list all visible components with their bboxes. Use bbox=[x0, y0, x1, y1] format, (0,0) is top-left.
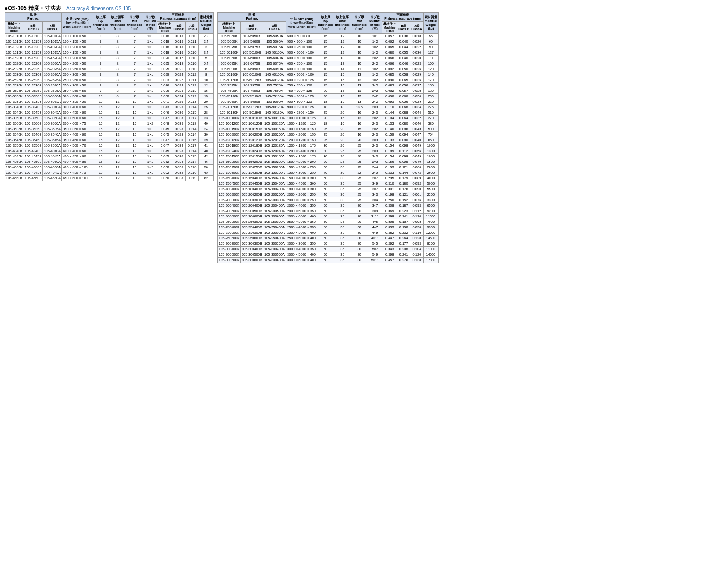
table-cell: 30 bbox=[351, 203, 368, 208]
table-cell: 2500 × 4000 × 350 bbox=[286, 225, 317, 230]
table-cell: 105-3545A bbox=[43, 137, 62, 143]
table-cell: 35 bbox=[334, 241, 351, 247]
table-cell: 12 bbox=[109, 110, 126, 116]
table-cell: 0.056 bbox=[410, 148, 424, 154]
table-cell: 105-1015K bbox=[5, 39, 24, 45]
table-cell: 13 bbox=[351, 72, 368, 77]
table-cell: 1500 × 2000 × 200 bbox=[286, 159, 317, 165]
table-cell: 7000 bbox=[423, 219, 438, 225]
table-cell: 0.025 bbox=[157, 61, 172, 66]
table-cell: 12 bbox=[109, 132, 126, 137]
table-cell: 1500 bbox=[423, 159, 438, 165]
table-cell: 0.098 bbox=[397, 154, 410, 159]
table-cell: 0.036 bbox=[157, 83, 172, 88]
table-cell: 0.045 bbox=[157, 126, 172, 132]
table-cell: 0.064 bbox=[397, 116, 410, 121]
table-cell: 0.036 bbox=[172, 165, 186, 170]
table-cell: 14 bbox=[334, 66, 351, 72]
table-cell: 0.060 bbox=[157, 176, 172, 181]
table-cell: 35 bbox=[334, 187, 351, 192]
table-row: 105-1015K105-1015B105-1015A100 × 150 × 5… bbox=[5, 39, 214, 45]
table-cell: 0.398 bbox=[382, 252, 397, 258]
table-cell: 105-1515B bbox=[24, 50, 43, 56]
table-cell: 0.264 bbox=[397, 236, 410, 241]
table-cell: 105-4560K bbox=[5, 176, 24, 181]
table-cell: 500 × 600 × 100 bbox=[286, 39, 317, 45]
right-col-flatness-machine-header: 機械仕上Machinefinish bbox=[382, 21, 397, 33]
table-cell: 105-75100K bbox=[217, 94, 240, 99]
table-cell: 1×1 bbox=[368, 34, 382, 39]
table-cell: 250 × 350 × 50 bbox=[62, 88, 92, 94]
table-cell: 0.098 bbox=[410, 225, 424, 230]
table-cell: 0.369 bbox=[382, 208, 397, 214]
table-cell: 5.4 bbox=[198, 61, 213, 66]
table-row: 105-60100K105-60100B105-60100A600 × 1000… bbox=[217, 72, 438, 77]
table-cell: 105-150150A bbox=[263, 154, 286, 159]
table-cell: 105-3035K bbox=[5, 99, 24, 105]
table-cell: 1500 × 4000 × 300 bbox=[286, 176, 317, 181]
table-cell: 0.035 bbox=[172, 121, 186, 126]
table-cell: 25 bbox=[351, 192, 368, 197]
table-cell: 2×3 bbox=[368, 159, 382, 165]
table-cell: 20 bbox=[317, 116, 334, 121]
table-cell: 220 bbox=[423, 99, 438, 105]
table-cell: 11500 bbox=[423, 214, 438, 219]
table-cell: 0.033 bbox=[172, 116, 186, 121]
table-cell: 1×1 bbox=[143, 45, 157, 50]
table-cell: 0.198 bbox=[397, 225, 410, 230]
table-row: 105-150450K105-150450B105-150450A1500 × … bbox=[217, 181, 438, 187]
table-cell: 35 bbox=[334, 236, 351, 241]
table-cell: 0.026 bbox=[172, 105, 186, 110]
table-cell: 3000 × 4000 × 350 bbox=[286, 247, 317, 252]
table-cell: 105-1020B bbox=[24, 45, 43, 50]
table-cell: 105-5050K bbox=[217, 34, 240, 39]
table-cell: 2×3 bbox=[368, 105, 382, 110]
table-cell: 0.021 bbox=[172, 66, 186, 72]
table-cell: 105-200500A bbox=[263, 208, 286, 214]
table-cell: 17000 bbox=[423, 258, 438, 263]
table-cell: 20 bbox=[334, 143, 351, 148]
table-cell: 1×1 bbox=[143, 56, 157, 61]
table-cell: 1×1 bbox=[143, 66, 157, 72]
table-cell: 30 bbox=[351, 247, 368, 252]
table-row: 105-200400K105-200400B105-200400A2000 × … bbox=[217, 203, 438, 208]
table-cell: 15 bbox=[92, 148, 109, 154]
table-cell: 0.025 bbox=[410, 66, 424, 72]
table-cell: 105-250300A bbox=[263, 219, 286, 225]
table-row: 105-3535K105-3535B105-3535A350 × 350 × 6… bbox=[5, 126, 214, 132]
table-cell: 1×1 bbox=[143, 132, 157, 137]
table-cell: 105-7575A bbox=[263, 83, 286, 88]
table-cell: 0.092 bbox=[410, 181, 424, 187]
table-cell: 0.144 bbox=[382, 110, 397, 116]
table-cell: 150 × 200 × 50 bbox=[62, 56, 92, 61]
table-cell: 0.023 bbox=[410, 61, 424, 66]
table-cell: 105-60100A bbox=[263, 72, 286, 77]
table-cell: 105-200500B bbox=[240, 208, 263, 214]
table-cell: 40 bbox=[198, 148, 213, 154]
table-cell: 105-2535K bbox=[5, 88, 24, 94]
table-cell: 8 bbox=[109, 39, 126, 45]
table-cell: 105-2525A bbox=[43, 77, 62, 83]
table-row: 105-250300K105-250300B105-250300A2500 × … bbox=[217, 219, 438, 225]
table-cell: 0.052 bbox=[157, 170, 172, 176]
page-title: ●OS-105 精度・寸法表 Accuracy & dimensions OS-… bbox=[5, 5, 723, 12]
table-row: 105-5060K105-5060B105-5060A500 × 600 × 1… bbox=[217, 39, 438, 45]
table-cell: 2×5 bbox=[368, 170, 382, 176]
table-cell: 1×2 bbox=[368, 66, 382, 72]
table-cell: 105-200300K bbox=[217, 197, 240, 203]
table-cell: 0.093 bbox=[410, 219, 424, 225]
table-row: 105-3040K105-3040B105-3040A300 × 400 × 6… bbox=[5, 105, 214, 110]
table-cell: 0.061 bbox=[410, 192, 424, 197]
table-cell: 20 bbox=[334, 137, 351, 143]
table-cell: 0.030 bbox=[172, 137, 186, 143]
table-cell: 105-300300B bbox=[240, 241, 263, 247]
table-cell: 0.011 bbox=[186, 77, 199, 83]
table-cell: 105-3035A bbox=[43, 99, 62, 105]
table-row: 105-90120K105-90120B105-90120A900 × 1200… bbox=[217, 105, 438, 110]
table-cell: 0.050 bbox=[397, 66, 410, 72]
table-cell: 30 bbox=[317, 165, 334, 170]
table-cell: 1×1 bbox=[143, 72, 157, 77]
table-row: 105-250500K105-250500B105-250500A2500 × … bbox=[217, 230, 438, 236]
table-cell: 105-4045K bbox=[5, 154, 24, 159]
table-cell: 0.080 bbox=[397, 137, 410, 143]
